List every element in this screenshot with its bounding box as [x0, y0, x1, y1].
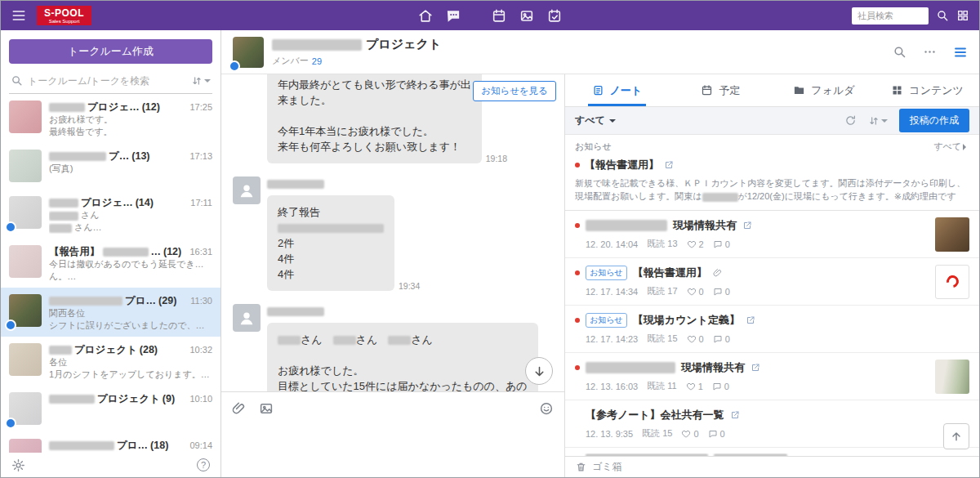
create-talk-room-button[interactable]: トークルーム作成 [9, 39, 212, 64]
redacted-room-name [49, 103, 85, 112]
trash-bar[interactable]: ゴミ箱 [565, 456, 979, 477]
members-count[interactable]: 29 [312, 56, 322, 66]
notification-badge [5, 221, 16, 233]
message-bubble: さん さん さん お疲れ様でした。 目標としていた15件には届かなかったものの、… [267, 323, 538, 391]
sort-order-icon[interactable] [191, 75, 211, 87]
tab-note[interactable]: ノート [565, 74, 669, 106]
like-count[interactable]: 0 [681, 429, 698, 439]
tab-folder[interactable]: フォルダ [773, 74, 876, 106]
message-body: さん さん さん お疲れ様でした。 目標としていた15件には届かなかったものの、… [267, 304, 538, 391]
photo-icon[interactable] [519, 8, 535, 24]
room-preview: シフトに誤りがございましたので、もう… [49, 319, 212, 332]
search-icon [11, 74, 23, 87]
tab-schedule[interactable]: 予定 [669, 74, 773, 106]
search-in-room-icon[interactable] [893, 45, 906, 59]
talk-search-input[interactable] [28, 75, 186, 87]
refresh-icon[interactable] [844, 114, 857, 127]
note-icon [592, 84, 604, 96]
sort-order-icon[interactable] [868, 115, 888, 127]
more-options-icon[interactable] [923, 45, 937, 59]
tab-contents[interactable]: コンテンツ [875, 74, 979, 106]
talk-room-item[interactable]: プロ…(18)09:14 昨日(12/26)の報告書アップしました。 [1, 432, 220, 453]
message: さん さん さん お疲れ様でした。 目標としていた15件には届かなかったものの、… [233, 304, 553, 391]
main-split: お知らせを見る 年内最終がとても良い形で終わる事が出 来ました。 今年1年本当に… [221, 74, 979, 477]
attach-image-icon[interactable] [259, 401, 274, 416]
search-icon[interactable] [936, 9, 949, 22]
help-icon[interactable]: ? [197, 458, 210, 471]
note-item[interactable]: お知らせ 【現場カウント定義】 12. 17. 14:23 既読 15 0 0 [565, 306, 979, 353]
note-item[interactable]: お知らせ 【報告書運用】 12. 17. 14:34 既読 17 0 0 [565, 258, 979, 306]
note-item-partial[interactable] [565, 448, 979, 456]
talk-room-item[interactable]: プロジェクト(9)10:10 [1, 386, 220, 432]
talk-room-item-selected[interactable]: プロ…(29)11:30 関西各位 シフトに誤りがございましたので、もう… [1, 288, 220, 337]
comment-count[interactable]: 0 [713, 334, 730, 344]
room-avatar [233, 37, 264, 68]
like-count[interactable]: 0 [687, 287, 704, 297]
announcements-header-row: お知らせ すべて [565, 135, 979, 155]
trash-label: ゴミ箱 [592, 460, 622, 474]
note-thumbnail [935, 360, 969, 394]
like-count[interactable]: 0 [687, 334, 704, 344]
note-item[interactable]: 現場情報共有 12. 13. 16:03 既読 11 1 0 [565, 353, 979, 400]
talk-room-item[interactable]: プ…(13)17:13 (写真) [1, 143, 220, 190]
unread-count: (18) [150, 439, 168, 452]
unread-dot [575, 318, 580, 323]
notes-list: お知らせ すべて 【報告書運用】 新規で味を記載できる様、ＫＰＩカウント内容を変… [565, 135, 979, 456]
message-bubble: 年内最終がとても良い形で終わる事が出 来ました。 今年1年本当にお疲れ様でした。… [267, 74, 482, 163]
read-count: 既読 17 [647, 285, 677, 297]
redacted-text [333, 336, 356, 345]
scroll-to-bottom-button[interactable] [525, 357, 553, 385]
caret-down-icon [609, 119, 616, 126]
room-header: プロジェクト メンバー29 [221, 30, 979, 74]
create-post-button[interactable]: 投稿の作成 [899, 109, 969, 132]
note-item[interactable]: 現場情報共有 12. 20. 14:04 既読 13 2 0 [565, 211, 979, 258]
room-titles: プロジェクト メンバー29 [272, 37, 441, 67]
note-item[interactable]: 【参考ノート】会社共有一覧 12. 13. 9:35 既読 15 0 0 [565, 400, 979, 448]
unread-dot [575, 365, 580, 370]
redacted-user-name [267, 180, 324, 189]
like-count[interactable]: 2 [687, 239, 704, 249]
talk-room-item[interactable]: プロジェクト(28)10:32 各位 1月のシフトをアップしております。… [1, 337, 220, 386]
redacted-text [586, 362, 675, 373]
comment-count[interactable]: 0 [708, 429, 725, 439]
view-announcements-button[interactable]: お知らせを見る [473, 81, 556, 101]
talk-room-item[interactable]: プロジェ…(14)17:11 さん さん… [1, 190, 220, 239]
grid-icon [891, 84, 903, 96]
notification-badge [229, 60, 240, 72]
redacted-user-name [267, 307, 324, 316]
see-all-link[interactable]: すべて [933, 141, 969, 153]
room-time: 10:10 [186, 392, 212, 405]
schedule-check-icon[interactable] [547, 8, 563, 24]
like-count[interactable]: 1 [686, 382, 703, 391]
talk-icon-active[interactable] [446, 8, 461, 24]
emoji-icon[interactable] [539, 401, 554, 416]
filter-all-dropdown[interactable]: すべて [575, 114, 616, 127]
redacted-room-name [49, 152, 106, 161]
caret-down-icon [204, 79, 211, 86]
note-title: 【報告書運用】 [633, 266, 707, 280]
board-icon[interactable] [492, 8, 507, 24]
message-compose-bar[interactable] [221, 391, 564, 477]
room-menu-icon[interactable] [953, 45, 968, 60]
caret-right-icon [963, 144, 969, 150]
room-avatar [9, 101, 42, 133]
comment-count[interactable]: 0 [712, 382, 729, 391]
unread-count: (14) [136, 196, 154, 209]
note-title: 現場情報共有 [673, 218, 737, 233]
attach-file-icon[interactable] [232, 401, 247, 416]
apps-grid-icon[interactable] [956, 9, 969, 22]
pinned-announcement[interactable]: 【報告書運用】 新規で味を記載できる様、ＫＰＩカウント内容を変更してます。関西は… [565, 155, 979, 211]
settings-gear-icon[interactable] [11, 458, 25, 472]
hamburger-menu-icon[interactable] [11, 7, 27, 24]
scroll-to-top-button[interactable] [943, 423, 969, 449]
employee-search-input[interactable] [852, 7, 929, 25]
talk-room-item[interactable]: 【報告用】…(12)16:31 今日は撤収があるのでもう延長できませ ん。… [1, 239, 220, 288]
attachment-paperclip-icon [713, 268, 723, 278]
comment-count[interactable]: 0 [713, 287, 730, 297]
app-logo[interactable]: S-POOL Sales Support [37, 6, 91, 25]
talk-room-item[interactable]: プロジェ…(12)17:25 お疲れ様です。 最終報告です。 [1, 94, 220, 143]
home-icon[interactable] [418, 8, 434, 24]
user-avatar [233, 176, 261, 204]
comment-count[interactable]: 0 [713, 239, 730, 249]
redacted-text [278, 224, 384, 233]
